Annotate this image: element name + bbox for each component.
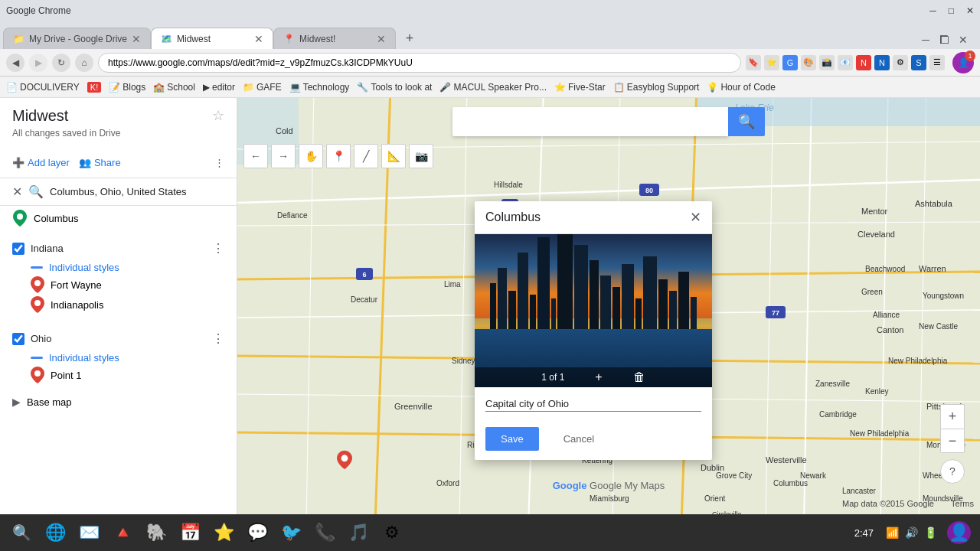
new-tab-btn[interactable]: + <box>399 28 420 49</box>
delete-image-btn[interactable]: 🗑 <box>633 370 645 384</box>
help-btn[interactable]: ? <box>940 459 965 484</box>
cancel-btn[interactable]: Cancel <box>548 427 609 451</box>
taskbar-star[interactable]: ⭐ <box>208 517 239 548</box>
window-minimize[interactable]: ─ <box>919 31 933 49</box>
columbus-place-row[interactable]: Columbus <box>0 206 237 230</box>
indiana-style-row[interactable]: Individual styles <box>0 260 237 275</box>
extension-icon-8[interactable]: N <box>874 55 890 70</box>
close-btn[interactable]: ✕ <box>966 5 974 16</box>
bookmark-fivestar[interactable]: ⭐ Five-Star <box>554 82 606 93</box>
ohio-style-row[interactable]: Individual styles <box>0 350 237 365</box>
taskbar-chrome[interactable]: 🌐 <box>40 517 70 548</box>
sidebar-header: Midwest ☆ <box>0 98 237 128</box>
tab-close-drive[interactable]: ✕ <box>132 33 141 45</box>
redo-btn[interactable]: → <box>271 144 296 168</box>
taskbar-phone-icon: 📞 <box>315 523 335 543</box>
map-area[interactable]: 6 75 80 77 Cold Defiance Decatur Hillsda… <box>237 98 980 514</box>
taskbar-calendar[interactable]: 📅 <box>175 517 205 548</box>
window-maximize[interactable]: ⧠ <box>936 31 952 49</box>
extension-icon-9[interactable]: ⚙ <box>893 55 908 70</box>
taskbar-twitter-icon: 🐦 <box>281 523 302 543</box>
search-query: Columbus, Ohio, United States <box>50 186 224 197</box>
taskbar-twitter[interactable]: 🐦 <box>276 517 306 548</box>
taskbar-phone[interactable]: 📞 <box>309 517 340 548</box>
add-image-btn[interactable]: + <box>595 370 602 384</box>
measure-tool-btn[interactable]: 📐 <box>381 144 406 168</box>
maximize-btn[interactable]: □ <box>949 5 954 16</box>
line-tool-btn[interactable]: ╱ <box>354 144 378 168</box>
dialog-close-btn[interactable]: ✕ <box>690 209 701 226</box>
extension-icon-6[interactable]: 📧 <box>838 55 853 70</box>
zoom-in-btn[interactable]: + <box>940 404 965 429</box>
menu-btn[interactable]: ☰ <box>929 55 945 70</box>
pan-tool-btn[interactable]: ✋ <box>299 144 323 168</box>
taskbar-hangouts[interactable]: 💬 <box>242 517 273 548</box>
zoom-out-btn[interactable]: − <box>940 429 965 453</box>
share-btn[interactable]: 👥 Share <box>79 154 121 171</box>
tab-midwest2[interactable]: 📍 Midwest! ✕ <box>273 28 396 49</box>
map-terms[interactable]: Terms <box>951 499 974 508</box>
extension-icon-2[interactable]: ⭐ <box>764 55 779 70</box>
tab-close-midwest2[interactable]: ✕ <box>377 33 386 45</box>
save-btn[interactable]: Save <box>485 427 539 451</box>
bookmark-school[interactable]: 🏫 School <box>153 82 195 93</box>
star-icon[interactable]: ☆ <box>212 107 224 124</box>
tab-google-drive[interactable]: 📁 My Drive - Google Drive ✕ <box>3 28 151 49</box>
indiana-more-icon[interactable]: ⋮ <box>212 241 224 256</box>
ohio-more-icon[interactable]: ⋮ <box>212 331 224 346</box>
map-search-input[interactable] <box>452 107 728 136</box>
taskbar-gmail[interactable]: ✉️ <box>74 517 104 548</box>
taskbar-drive[interactable]: 🔺 <box>107 517 138 548</box>
minimize-btn[interactable]: ─ <box>929 5 936 16</box>
extension-icon-10[interactable]: S <box>911 55 926 70</box>
extension-icon-5[interactable]: 📸 <box>819 55 835 70</box>
extension-icon-7[interactable]: N <box>856 55 871 70</box>
indianapolis-map-pin <box>337 450 352 472</box>
tab-midwest[interactable]: 🗺️ Midwest ✕ <box>151 28 273 49</box>
columbus-dialog[interactable]: Columbus ✕ <box>475 201 712 460</box>
bookmark-easyblog[interactable]: 📋 Easyblog Support <box>613 82 700 93</box>
camera-tool-btn[interactable]: 📷 <box>409 144 433 168</box>
bookmark-icon-doculivery: 📄 <box>6 82 18 93</box>
taskbar-music[interactable]: 🎵 <box>343 517 374 548</box>
bookmark-doculivery[interactable]: 📄 DOCULIVERY <box>6 82 80 93</box>
map-search-btn[interactable]: 🔍 <box>728 107 765 136</box>
taskbar-evernote[interactable]: 🐘 <box>141 517 172 548</box>
point1-row[interactable]: Point 1 <box>0 365 237 385</box>
extension-icon-3[interactable]: G <box>782 55 798 70</box>
more-options-icon[interactable]: ⋮ <box>214 157 224 168</box>
taskbar-settings[interactable]: ⚙ <box>377 517 407 548</box>
user-avatar[interactable]: 👤 1 <box>952 52 974 73</box>
refresh-btn[interactable]: ↻ <box>52 54 70 72</box>
bookmark-blogs[interactable]: 📝 Blogs <box>109 82 145 93</box>
ohio-checkbox[interactable] <box>12 333 24 345</box>
forward-btn[interactable]: ▶ <box>29 54 47 72</box>
extension-icon-1[interactable]: 🔖 <box>746 55 761 70</box>
marker-tool-btn[interactable]: 📍 <box>326 144 351 168</box>
url-input[interactable] <box>98 53 741 73</box>
bookmark-hourofcode[interactable]: 💡 Hour of Code <box>707 82 775 93</box>
undo-btn[interactable]: ← <box>243 144 268 168</box>
description-input[interactable] <box>485 396 701 412</box>
taskbar-settings-icon: ⚙ <box>384 523 400 543</box>
bookmark-technology[interactable]: 💻 Technology <box>289 82 350 93</box>
taskbar-search[interactable]: 🔍 <box>6 517 37 548</box>
bookmark-gafe[interactable]: 📁 GAFE <box>243 82 282 93</box>
bookmark-k[interactable]: K! <box>87 82 101 93</box>
clear-search-icon[interactable]: ✕ <box>12 184 22 199</box>
home-btn[interactable]: ⌂ <box>75 54 93 72</box>
base-map-section[interactable]: ▶ Base map <box>0 391 237 412</box>
taskbar-user-avatar[interactable]: 👤 <box>943 517 974 548</box>
fort-wayne-row[interactable]: Fort Wayne <box>0 275 237 295</box>
back-btn[interactable]: ◀ <box>6 54 24 72</box>
bookmark-macul[interactable]: 🎤 MACUL Speaker Pro... <box>439 82 547 93</box>
indiana-checkbox[interactable] <box>12 243 24 255</box>
extension-icon-4[interactable]: 🎨 <box>801 55 816 70</box>
indianapolis-row[interactable]: Indianapolis <box>0 295 237 315</box>
bookmark-tools[interactable]: 🔧 Tools to look at <box>357 82 432 93</box>
add-layer-btn[interactable]: ➕ Add layer <box>12 154 70 171</box>
bookmark-k-icon: K! <box>87 82 101 93</box>
window-close[interactable]: ✕ <box>956 31 971 49</box>
tab-close-midwest[interactable]: ✕ <box>254 33 263 45</box>
bookmark-editor[interactable]: ▶ editor <box>203 82 235 93</box>
